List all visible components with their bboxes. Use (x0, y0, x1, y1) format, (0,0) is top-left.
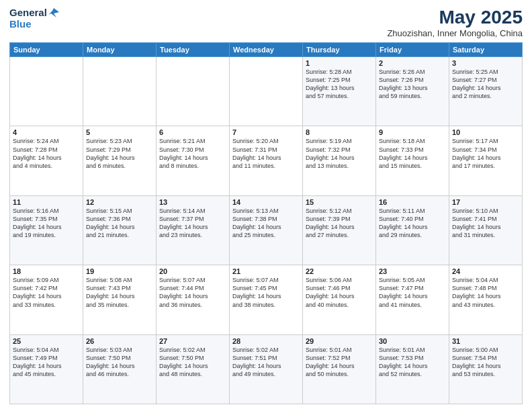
day-number: 30 (379, 337, 446, 345)
col-friday: Friday (376, 43, 449, 57)
calendar-cell: 26Sunrise: 5:03 AM Sunset: 7:50 PM Dayli… (83, 334, 157, 404)
day-number: 15 (306, 198, 373, 206)
calendar-cell: 18Sunrise: 5:09 AM Sunset: 7:42 PM Dayli… (10, 265, 83, 334)
day-number: 2 (379, 59, 446, 67)
calendar-cell (10, 57, 83, 126)
day-info: Sunrise: 5:07 AM Sunset: 7:45 PM Dayligh… (232, 276, 300, 309)
day-number: 14 (232, 198, 300, 206)
calendar-cell: 9Sunrise: 5:18 AM Sunset: 7:33 PM Daylig… (376, 126, 449, 195)
day-number: 12 (86, 198, 153, 206)
day-number: 10 (452, 128, 519, 136)
calendar-cell: 3Sunrise: 5:25 AM Sunset: 7:27 PM Daylig… (449, 57, 523, 126)
calendar-cell (230, 57, 303, 126)
logo: General Blue (9, 7, 59, 30)
logo-bird-icon (48, 7, 59, 17)
day-number: 21 (232, 267, 300, 275)
day-number: 26 (86, 337, 153, 345)
day-info: Sunrise: 5:15 AM Sunset: 7:36 PM Dayligh… (86, 207, 153, 240)
day-info: Sunrise: 5:03 AM Sunset: 7:50 PM Dayligh… (86, 346, 153, 379)
day-info: Sunrise: 5:25 AM Sunset: 7:27 PM Dayligh… (452, 68, 519, 101)
calendar-cell: 12Sunrise: 5:15 AM Sunset: 7:36 PM Dayli… (83, 195, 157, 265)
logo-general: General (9, 7, 47, 18)
calendar-cell: 24Sunrise: 5:04 AM Sunset: 7:48 PM Dayli… (449, 265, 523, 334)
calendar-table: Sunday Monday Tuesday Wednesday Thursday… (9, 42, 523, 404)
calendar-cell: 10Sunrise: 5:17 AM Sunset: 7:34 PM Dayli… (449, 126, 523, 195)
day-info: Sunrise: 5:04 AM Sunset: 7:48 PM Dayligh… (452, 276, 519, 309)
day-info: Sunrise: 5:06 AM Sunset: 7:46 PM Dayligh… (306, 276, 373, 309)
day-info: Sunrise: 5:01 AM Sunset: 7:53 PM Dayligh… (379, 346, 446, 379)
calendar-week-row-2: 4Sunrise: 5:24 AM Sunset: 7:28 PM Daylig… (10, 126, 523, 195)
calendar-cell: 28Sunrise: 5:02 AM Sunset: 7:51 PM Dayli… (230, 334, 303, 404)
calendar-cell: 11Sunrise: 5:16 AM Sunset: 7:35 PM Dayli… (10, 195, 83, 265)
day-number: 28 (232, 337, 300, 345)
day-number: 5 (86, 128, 153, 136)
col-thursday: Thursday (303, 43, 376, 57)
calendar-cell: 17Sunrise: 5:10 AM Sunset: 7:41 PM Dayli… (449, 195, 523, 265)
day-info: Sunrise: 5:12 AM Sunset: 7:39 PM Dayligh… (306, 207, 373, 240)
day-number: 9 (379, 128, 446, 136)
day-number: 19 (86, 267, 153, 275)
day-number: 17 (452, 198, 519, 206)
calendar-cell: 14Sunrise: 5:13 AM Sunset: 7:38 PM Dayli… (230, 195, 303, 265)
day-info: Sunrise: 5:07 AM Sunset: 7:44 PM Dayligh… (159, 276, 226, 309)
calendar-cell: 25Sunrise: 5:04 AM Sunset: 7:49 PM Dayli… (10, 334, 83, 404)
calendar-cell: 22Sunrise: 5:06 AM Sunset: 7:46 PM Dayli… (303, 265, 376, 334)
day-number: 7 (232, 128, 300, 136)
calendar-cell: 6Sunrise: 5:21 AM Sunset: 7:30 PM Daylig… (157, 126, 230, 195)
day-number: 31 (452, 337, 519, 345)
day-info: Sunrise: 5:10 AM Sunset: 7:41 PM Dayligh… (452, 207, 519, 240)
location-title: Zhuozishan, Inner Mongolia, China (387, 28, 523, 38)
calendar-cell: 2Sunrise: 5:26 AM Sunset: 7:26 PM Daylig… (376, 57, 449, 126)
calendar-cell: 13Sunrise: 5:14 AM Sunset: 7:37 PM Dayli… (157, 195, 230, 265)
day-info: Sunrise: 5:13 AM Sunset: 7:38 PM Dayligh… (232, 207, 300, 240)
day-info: Sunrise: 5:23 AM Sunset: 7:29 PM Dayligh… (86, 137, 153, 170)
calendar-cell: 8Sunrise: 5:19 AM Sunset: 7:32 PM Daylig… (303, 126, 376, 195)
day-number: 20 (159, 267, 226, 275)
day-info: Sunrise: 5:00 AM Sunset: 7:54 PM Dayligh… (452, 346, 519, 379)
day-number: 16 (379, 198, 446, 206)
calendar-week-row-3: 11Sunrise: 5:16 AM Sunset: 7:35 PM Dayli… (10, 195, 523, 265)
day-info: Sunrise: 5:16 AM Sunset: 7:35 PM Dayligh… (13, 207, 80, 240)
day-number: 13 (159, 198, 226, 206)
day-number: 6 (159, 128, 226, 136)
calendar-cell (83, 57, 157, 126)
day-number: 27 (159, 337, 226, 345)
calendar-header-row: Sunday Monday Tuesday Wednesday Thursday… (10, 43, 523, 57)
title-block: May 2025 Zhuozishan, Inner Mongolia, Chi… (387, 7, 523, 38)
col-saturday: Saturday (449, 43, 523, 57)
calendar-cell: 21Sunrise: 5:07 AM Sunset: 7:45 PM Dayli… (230, 265, 303, 334)
calendar-cell: 7Sunrise: 5:20 AM Sunset: 7:31 PM Daylig… (230, 126, 303, 195)
calendar-week-row-5: 25Sunrise: 5:04 AM Sunset: 7:49 PM Dayli… (10, 334, 523, 404)
day-info: Sunrise: 5:02 AM Sunset: 7:51 PM Dayligh… (232, 346, 300, 379)
month-title: May 2025 (387, 7, 523, 28)
col-monday: Monday (83, 43, 157, 57)
calendar-cell: 4Sunrise: 5:24 AM Sunset: 7:28 PM Daylig… (10, 126, 83, 195)
day-info: Sunrise: 5:19 AM Sunset: 7:32 PM Dayligh… (306, 137, 373, 170)
day-info: Sunrise: 5:18 AM Sunset: 7:33 PM Dayligh… (379, 137, 446, 170)
day-info: Sunrise: 5:20 AM Sunset: 7:31 PM Dayligh… (232, 137, 300, 170)
day-info: Sunrise: 5:01 AM Sunset: 7:52 PM Dayligh… (306, 346, 373, 379)
logo-blue: Blue (9, 18, 32, 30)
calendar-week-row-4: 18Sunrise: 5:09 AM Sunset: 7:42 PM Dayli… (10, 265, 523, 334)
col-wednesday: Wednesday (230, 43, 303, 57)
day-number: 23 (379, 267, 446, 275)
calendar-cell (157, 57, 230, 126)
day-number: 29 (306, 337, 373, 345)
day-number: 22 (306, 267, 373, 275)
calendar-cell: 1Sunrise: 5:28 AM Sunset: 7:25 PM Daylig… (303, 57, 376, 126)
svg-marker-0 (48, 8, 59, 17)
col-sunday: Sunday (10, 43, 83, 57)
calendar-cell: 30Sunrise: 5:01 AM Sunset: 7:53 PM Dayli… (376, 334, 449, 404)
day-info: Sunrise: 5:28 AM Sunset: 7:25 PM Dayligh… (306, 68, 373, 101)
calendar-cell: 31Sunrise: 5:00 AM Sunset: 7:54 PM Dayli… (449, 334, 523, 404)
day-info: Sunrise: 5:11 AM Sunset: 7:40 PM Dayligh… (379, 207, 446, 240)
calendar-cell: 19Sunrise: 5:08 AM Sunset: 7:43 PM Dayli… (83, 265, 157, 334)
calendar-cell: 23Sunrise: 5:05 AM Sunset: 7:47 PM Dayli… (376, 265, 449, 334)
calendar-cell: 29Sunrise: 5:01 AM Sunset: 7:52 PM Dayli… (303, 334, 376, 404)
calendar-cell: 27Sunrise: 5:02 AM Sunset: 7:50 PM Dayli… (157, 334, 230, 404)
day-info: Sunrise: 5:05 AM Sunset: 7:47 PM Dayligh… (379, 276, 446, 309)
day-number: 4 (13, 128, 80, 136)
day-number: 3 (452, 59, 519, 67)
day-info: Sunrise: 5:14 AM Sunset: 7:37 PM Dayligh… (159, 207, 226, 240)
header: General Blue May 2025 Zhuozishan, Inner … (9, 7, 523, 38)
